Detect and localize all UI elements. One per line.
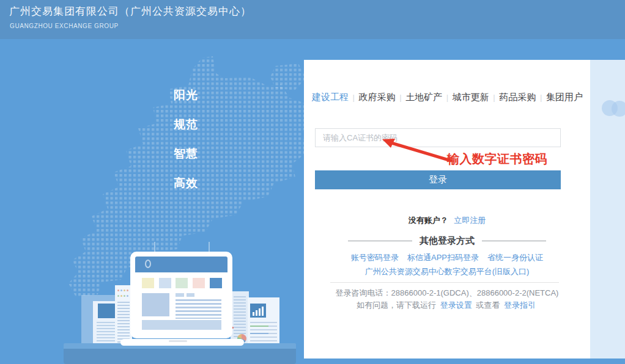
platform-front [64,349,296,364]
screen-tile [193,278,205,288]
account-password-login-link[interactable]: 账号密码登录 [351,252,399,263]
screen-chip [176,293,184,297]
tab-separator: | [446,93,448,102]
screen-text-lines [176,299,221,319]
tab-government-procurement[interactable]: 政府采购 [359,92,396,103]
register-row: 没有账户？ 立即注册 [304,215,590,226]
tab-drug-procurement[interactable]: 药品采购 [499,92,536,103]
top-header-bar: 广州交易集团有限公司（广州公共资源交易中心） GUANGZHOU EXCHANG… [0,0,625,39]
slogan-sunshine: 阳光 [174,89,198,101]
laptop-base [120,339,244,346]
site-subtitle: GUANGZHOU EXCHANGE GROUP [10,23,119,29]
provincial-identity-link[interactable]: 省统一身份认证 [487,252,543,263]
screen-image-block [142,293,169,316]
document-text-lines [250,322,277,341]
panel-divider [330,282,559,283]
divider-label: 其他登录方式 [420,235,475,247]
screen-tile [176,278,188,288]
antenna-line [154,242,155,252]
document-dots [117,295,128,297]
consult-phone: 登录咨询电话：28866000-2-1(GDCA)、28866000-2-2(N… [304,288,590,299]
tab-urban-renewal[interactable]: 城市更新 [453,92,489,103]
document-dots [117,289,128,291]
screen-chip [187,293,194,297]
login-guide-link[interactable]: 登录指引 [504,300,536,310]
screen-tile [142,278,154,288]
screen-tile [210,278,222,288]
app-scan-login-link[interactable]: 标信通APP扫码登录 [407,252,479,263]
tab-separator: | [540,93,542,102]
divider-line [482,241,546,241]
slogan-smart: 智慧 [174,148,198,159]
laptop-screen-header [135,257,227,272]
laptop-illustration [130,252,232,338]
help-prefix: 如有问题，请下载运行 [357,300,436,310]
screen-tile [159,278,171,288]
legacy-platform-row: 广州公共资源交易中心数字交易平台(旧版入口) [304,266,590,277]
alt-login-links: 账号密码登录 标信通APP扫码登录 省统一身份认证 [304,252,590,263]
highlight-line [250,333,268,334]
no-account-label: 没有账户？ [409,216,448,225]
help-row: 如有问题，请下载运行 登录设置 或查看 登录指引 [304,300,590,311]
laptop-notch [169,340,187,342]
login-button[interactable]: 登录 [315,170,561,189]
highlight-line [250,326,268,327]
decorative-circle [612,101,625,117]
annotation-label: 输入数字证书密码 [447,151,547,167]
other-login-divider: 其他登录方式 [304,235,590,247]
legacy-platform-link[interactable]: 广州公共资源交易中心数字交易平台(旧版入口) [365,267,530,276]
login-tabs: 建设工程 | 政府采购 | 土地矿产 | 城市更新 | 药品采购 | 集团用户 [312,92,583,103]
login-panel: 建设工程 | 政府采购 | 土地矿产 | 城市更新 | 药品采购 | 集团用户 … [304,60,590,359]
side-strip [590,60,625,359]
register-link[interactable]: 立即注册 [454,216,486,225]
tab-land-minerals[interactable]: 土地矿产 [405,92,442,103]
document-image-block [98,304,115,318]
document-sheet [248,297,279,346]
screen-bottom-bar [142,320,221,330]
login-page: 广州交易集团有限公司（广州公共资源交易中心） GUANGZHOU EXCHANG… [0,0,625,364]
slogan-list: 阳光 规范 智慧 高效 [174,89,198,189]
slogan-efficient: 高效 [174,177,198,189]
tab-separator: | [399,93,401,102]
login-settings-link[interactable]: 登录设置 [440,300,472,310]
tab-separator: | [353,93,355,102]
help-middle: 或查看 [476,300,500,310]
tab-group-user[interactable]: 集团用户 [546,92,583,103]
site-title: 广州交易集团有限公司（广州公共资源交易中心） [9,4,251,18]
slogan-standard: 规范 [174,118,198,130]
divider-line [348,241,412,241]
tab-construction[interactable]: 建设工程 [312,92,349,103]
mini-bar-chart [250,304,266,318]
tab-separator: | [493,93,495,102]
logo-ring-icon [145,260,151,268]
antenna-line [209,242,210,252]
red-arrow-icon [375,134,454,165]
